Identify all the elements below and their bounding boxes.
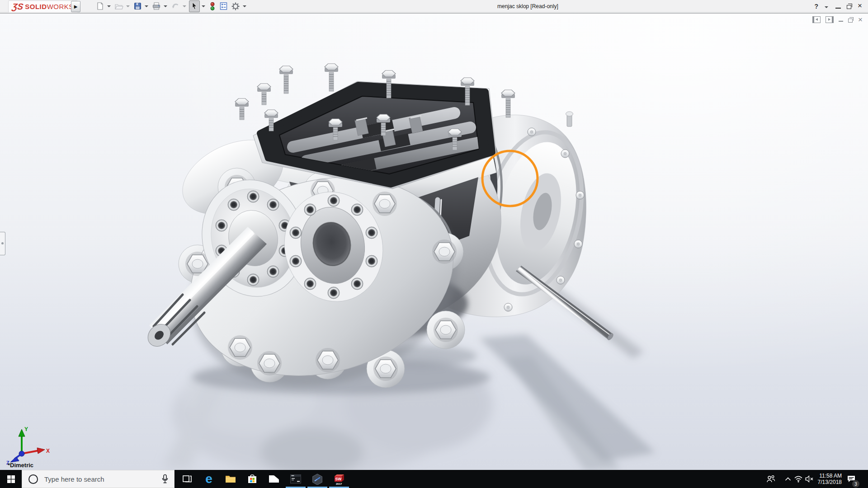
gearbox-3d-model[interactable] bbox=[0, 14, 868, 470]
save-dropdown-caret[interactable] bbox=[145, 5, 148, 7]
flyout-arrow-icon: ▶ bbox=[74, 4, 78, 9]
new-document-button[interactable] bbox=[95, 1, 105, 12]
feature-tree-collapsed-tab[interactable] bbox=[0, 232, 5, 255]
print-button[interactable] bbox=[151, 1, 162, 12]
print-dropdown-caret[interactable] bbox=[164, 5, 167, 7]
chevron-up-icon bbox=[785, 477, 791, 481]
rebuild-button[interactable] bbox=[208, 1, 217, 12]
solidworks-logo: ƷS SOLIDWORKS bbox=[8, 0, 78, 13]
print-icon bbox=[152, 2, 161, 10]
document-restore-button[interactable] bbox=[848, 18, 853, 22]
rebuild-stoplight-icon bbox=[209, 2, 216, 11]
select-cursor-icon bbox=[190, 2, 198, 10]
save-floppy-icon bbox=[133, 2, 142, 10]
sw-letters: SW bbox=[335, 477, 342, 481]
clock[interactable]: 11:58 AM 7/13/2018 bbox=[816, 470, 842, 488]
file-properties-button[interactable] bbox=[218, 1, 229, 12]
cortana-icon bbox=[28, 474, 38, 484]
options-button[interactable] bbox=[230, 1, 241, 12]
taskbar-search[interactable] bbox=[22, 470, 175, 488]
task-view-icon bbox=[182, 474, 192, 484]
tray-time: 11:58 AM bbox=[819, 473, 842, 479]
triad-y-label: Y bbox=[24, 426, 28, 432]
select-button[interactable] bbox=[189, 0, 200, 12]
mail-icon bbox=[268, 474, 280, 483]
triad-x-label: X bbox=[46, 448, 50, 454]
microphone-icon[interactable] bbox=[161, 474, 169, 484]
menu-flyout-button[interactable]: ▶ bbox=[71, 1, 80, 12]
solidworks-2017-icon: SW 2017 bbox=[333, 473, 345, 485]
sw-year: 2017 bbox=[336, 482, 342, 485]
undo-button[interactable] bbox=[170, 1, 181, 12]
help-dropdown-caret[interactable] bbox=[825, 6, 828, 8]
open-dropdown-caret[interactable] bbox=[126, 5, 130, 7]
task-view-button[interactable] bbox=[176, 470, 198, 488]
new-document-icon bbox=[96, 2, 104, 10]
options-gear-icon bbox=[231, 2, 240, 11]
tray-date: 7/13/2018 bbox=[818, 479, 842, 485]
network-button[interactable] bbox=[794, 470, 803, 488]
windows-logo-icon bbox=[7, 475, 15, 483]
minimize-button[interactable] bbox=[835, 8, 841, 9]
tray-overflow-button[interactable] bbox=[785, 470, 791, 488]
notification-badge: 3 bbox=[852, 480, 860, 488]
search-input[interactable] bbox=[43, 475, 161, 483]
people-button[interactable] bbox=[766, 470, 776, 488]
undo-arrow-icon bbox=[171, 2, 180, 10]
orientation-triad: Y X Z bbox=[3, 425, 52, 465]
hexagon-app-icon bbox=[311, 474, 323, 485]
close-button[interactable]: × bbox=[858, 2, 862, 9]
select-dropdown-caret[interactable] bbox=[202, 5, 205, 7]
document-minimize-button[interactable] bbox=[839, 21, 843, 22]
save-button[interactable] bbox=[132, 1, 143, 12]
toggle-left-pane-button[interactable] bbox=[812, 16, 821, 23]
main-toolbar bbox=[95, 0, 248, 12]
start-button[interactable] bbox=[0, 470, 22, 488]
mail-button[interactable] bbox=[263, 470, 285, 488]
titlebar-divider bbox=[0, 13, 868, 14]
store-button[interactable] bbox=[241, 470, 263, 488]
help-button[interactable]: ? bbox=[815, 3, 819, 10]
hexagon-app-button[interactable] bbox=[307, 470, 328, 488]
document-close-button[interactable]: × bbox=[858, 17, 863, 23]
open-folder-icon bbox=[114, 2, 123, 10]
restore-button[interactable] bbox=[847, 4, 852, 8]
open-button[interactable] bbox=[113, 1, 124, 12]
edge-button[interactable]: e bbox=[198, 470, 220, 488]
view-orientation-label: *Dimetric bbox=[8, 462, 33, 469]
people-icon bbox=[766, 475, 776, 483]
document-title: menjac sklop [Read-only] bbox=[497, 0, 558, 12]
volume-button[interactable] bbox=[805, 470, 815, 488]
file-properties-icon bbox=[219, 2, 228, 10]
undo-dropdown-caret[interactable] bbox=[183, 5, 186, 7]
command-prompt-icon bbox=[290, 474, 302, 484]
options-dropdown-caret[interactable] bbox=[243, 5, 246, 7]
document-window-controls: × bbox=[812, 16, 863, 23]
graphics-viewport[interactable]: × Y X Z *Dimetric bbox=[0, 14, 868, 470]
edge-icon: e bbox=[205, 473, 212, 485]
ds-logo-icon: ƷS bbox=[12, 2, 24, 11]
wifi-icon bbox=[794, 475, 803, 483]
solidworks-2017-button[interactable]: SW 2017 bbox=[328, 470, 350, 488]
windows-taskbar: e bbox=[0, 470, 868, 488]
store-icon bbox=[247, 474, 258, 484]
toggle-right-pane-button[interactable] bbox=[826, 16, 834, 23]
file-explorer-icon bbox=[225, 474, 236, 484]
titlebar: ƷS SOLIDWORKS ▶ bbox=[0, 0, 868, 13]
command-prompt-button[interactable] bbox=[285, 470, 307, 488]
file-explorer-button[interactable] bbox=[220, 470, 241, 488]
new-dropdown-caret[interactable] bbox=[107, 5, 111, 7]
speaker-muted-icon bbox=[805, 475, 815, 483]
